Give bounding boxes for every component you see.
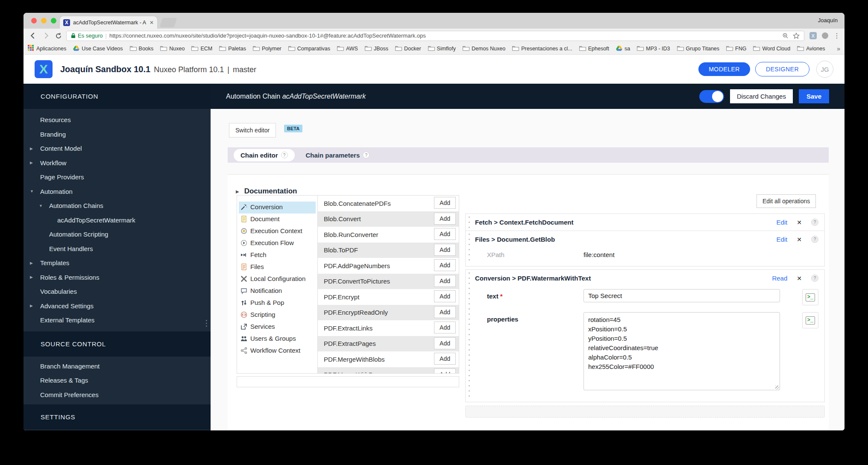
add-operation-button[interactable]: Add: [434, 213, 456, 225]
bookmarks-overflow-icon[interactable]: »: [837, 45, 840, 52]
category-document[interactable]: Document: [239, 213, 316, 225]
bookmark-item[interactable]: Grupo Titanes: [677, 45, 720, 52]
operation-row[interactable]: PDF.MergeWithDocsAdd: [318, 367, 459, 374]
operation-row[interactable]: Blob.ConvertAdd: [318, 211, 459, 227]
category-users-groups[interactable]: Users & Groups: [239, 333, 316, 345]
bookmark-item[interactable]: Docker: [395, 45, 421, 52]
sidebar-item-vocabularies[interactable]: Vocabularies: [23, 284, 211, 299]
sidebar-item-templates[interactable]: ▶Templates: [23, 256, 211, 270]
operation-row[interactable]: PDF.EncryptReadOnlyAdd: [318, 305, 459, 321]
bookmark-item[interactable]: Books: [130, 45, 154, 52]
switch-editor-button[interactable]: Switch editor: [229, 123, 276, 137]
circle-extension-icon[interactable]: [822, 32, 828, 39]
bookmark-item[interactable]: Aviones: [797, 45, 825, 52]
close-icon[interactable]: ✕: [797, 219, 802, 226]
category-push-pop[interactable]: Push & Pop: [239, 297, 316, 309]
add-operation-button[interactable]: Add: [434, 306, 456, 318]
bookmark-item[interactable]: Paletas: [219, 45, 246, 52]
tab-chain-editor[interactable]: Chain editor?: [234, 149, 295, 161]
close-icon[interactable]: ✕: [797, 275, 802, 282]
add-operation-button[interactable]: Add: [434, 353, 456, 365]
nuxeo-logo-icon[interactable]: X: [35, 60, 53, 78]
sidebar-item-event-handlers[interactable]: Event Handlers: [23, 242, 211, 256]
documentation-header[interactable]: ▶ Documentation: [236, 187, 297, 196]
bookmark-item[interactable]: AWS: [337, 45, 358, 52]
user-avatar[interactable]: JG: [816, 61, 833, 78]
sidebar-item-workflow[interactable]: ▶Workflow: [23, 156, 211, 170]
category-conversion[interactable]: Conversion: [239, 202, 316, 213]
add-operation-button[interactable]: Add: [434, 275, 456, 287]
add-operation-button[interactable]: Add: [434, 244, 456, 256]
sidebar-item-acaddtopsecretwatermark[interactable]: acAddTopSecretWatermark: [23, 213, 211, 228]
operation-row[interactable]: PDF.ConvertToPicturesAdd: [318, 274, 459, 290]
add-operation-button[interactable]: Add: [434, 197, 456, 209]
category-execution-context[interactable]: Execution Context: [239, 225, 316, 237]
sidebar-item-automation[interactable]: ▼Automation: [23, 184, 211, 199]
chevron-right-icon[interactable]: ▶: [30, 146, 33, 151]
sidebar-item-roles-permissions[interactable]: ▶Roles & Permissions: [23, 270, 211, 285]
chevron-down-icon[interactable]: ▼: [39, 204, 43, 208]
bookmark-item[interactable]: Nuxeo: [160, 45, 185, 52]
category-services[interactable]: Services: [239, 321, 316, 333]
sidebar-item-automation-chains[interactable]: ▼Automation Chains: [23, 199, 211, 213]
sidebar-item-advanced-settings[interactable]: ▶Advanced Settings: [23, 299, 211, 313]
category-notification[interactable]: Notification: [239, 285, 316, 297]
add-operation-button[interactable]: Add: [434, 368, 456, 374]
sidebar-item-branding[interactable]: Branding: [23, 127, 211, 142]
address-bar[interactable]: Es seguro | https://connect.nuxeo.com/nu…: [66, 31, 804, 41]
bookmark-item[interactable]: ECM: [191, 45, 212, 52]
tab-chain-parameters[interactable]: Chain parameters?: [306, 152, 370, 159]
add-operation-button[interactable]: Add: [434, 337, 456, 349]
bookmark-item[interactable]: Demos Nuxeo: [463, 45, 505, 52]
reload-icon[interactable]: [53, 31, 64, 41]
operation-drop-zone[interactable]: [465, 406, 825, 418]
operation-row[interactable]: PDF.MergeWithBlobsAdd: [318, 351, 459, 367]
operation-row[interactable]: PDF.EncryptAdd: [318, 289, 459, 305]
bookmark-item[interactable]: Ephesoft: [579, 45, 609, 52]
bookmark-item[interactable]: Comparativas: [288, 45, 330, 52]
sidebar-item-page-providers[interactable]: Page Providers: [23, 170, 211, 184]
help-icon[interactable]: ?: [811, 236, 818, 243]
operation-row[interactable]: PDF.AddPageNumbersAdd: [318, 258, 459, 274]
text-input[interactable]: [584, 289, 780, 302]
modeler-button[interactable]: MODELER: [698, 62, 750, 76]
help-icon[interactable]: ?: [281, 152, 288, 158]
chevron-right-icon[interactable]: ▶: [30, 275, 33, 279]
operation-card-header[interactable]: Fetch > Context.FetchDocumentEdit✕?: [475, 214, 824, 231]
operation-row[interactable]: PDF.ExtractPagesAdd: [318, 336, 459, 352]
help-icon[interactable]: ?: [811, 275, 818, 282]
discard-changes-button[interactable]: Discard Changes: [730, 89, 793, 103]
operation-card-header[interactable]: Files > Document.GetBlobEdit✕?: [475, 231, 824, 248]
category-fetch[interactable]: Fetch: [239, 249, 316, 261]
operation-row[interactable]: Blob.RunConverterAdd: [318, 227, 459, 243]
expression-editor-button[interactable]: >_: [802, 312, 818, 328]
help-icon[interactable]: ?: [363, 152, 369, 158]
bookmark-item[interactable]: JBoss: [365, 45, 388, 52]
add-operation-button[interactable]: Add: [434, 228, 456, 240]
operation-row[interactable]: Blob.ToPDFAdd: [318, 243, 459, 258]
sidebar-item-resources[interactable]: Resources: [23, 113, 211, 127]
close-icon[interactable]: ✕: [797, 236, 802, 243]
category-files[interactable]: Files: [239, 261, 316, 273]
bookmark-item[interactable]: MP3 - ID3: [637, 45, 670, 52]
bookmark-item[interactable]: Simflofy: [428, 45, 456, 52]
operation-row[interactable]: Blob.ConcatenatePDFsAdd: [318, 196, 459, 211]
browser-tab[interactable]: X acAddTopSecretWatermark - A ✕: [60, 16, 157, 29]
add-operation-button[interactable]: Add: [434, 290, 456, 302]
bookmark-item[interactable]: Aplicaciones: [28, 45, 66, 53]
category-local-configuration[interactable]: Local Configuration: [239, 273, 316, 285]
category-scripting[interactable]: Scripting: [239, 309, 316, 321]
zoom-in-icon[interactable]: [782, 32, 789, 39]
new-tab-button[interactable]: [159, 18, 177, 27]
chevron-right-icon[interactable]: ▶: [30, 261, 33, 265]
secure-badge[interactable]: Es seguro: [71, 32, 103, 39]
edit-link[interactable]: Edit: [776, 219, 787, 226]
read-link[interactable]: Read: [772, 275, 787, 282]
save-button[interactable]: Save: [799, 89, 829, 103]
bookmark-star-icon[interactable]: [793, 32, 800, 39]
sidebar-item-external-templates[interactable]: External Templates: [23, 313, 211, 328]
sidebar-item-releases-tags[interactable]: Releases & Tags: [23, 373, 211, 388]
add-operation-button[interactable]: Add: [434, 322, 456, 333]
sidebar-item-commit-preferences[interactable]: Commit Preferences: [23, 388, 211, 402]
sidebar-item-automation-scripting[interactable]: Automation Scripting: [23, 227, 211, 242]
